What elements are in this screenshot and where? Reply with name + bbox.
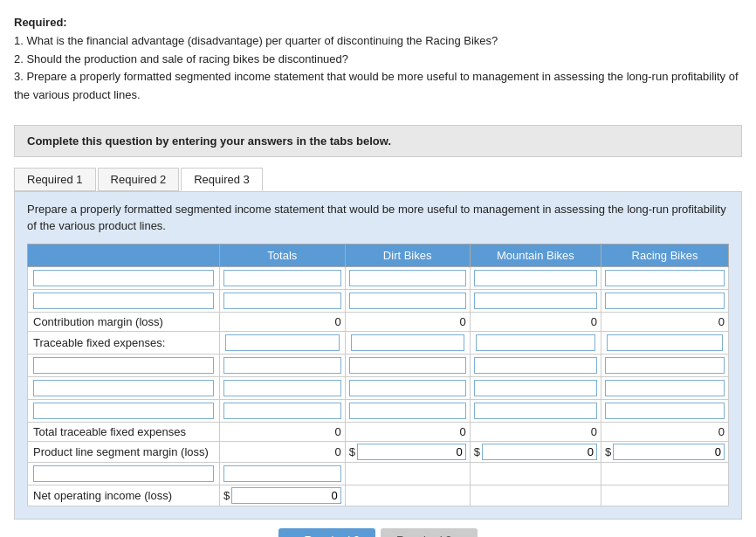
dollar-sign-mountain: $	[474, 445, 480, 458]
segment-margin-row: Product line segment margin (loss) 0 $ $	[28, 441, 729, 462]
trace3-racing-input[interactable]	[605, 403, 725, 419]
row2-label-input[interactable]	[33, 293, 214, 309]
trace2-dirt-input[interactable]	[349, 380, 466, 396]
row1-totals-input[interactable]	[223, 270, 341, 286]
traceable-mountain-input[interactable]	[476, 334, 595, 351]
trace2-label-input[interactable]	[33, 380, 214, 396]
net-operating-cell: $	[220, 485, 346, 506]
tab-required3[interactable]: Required 3	[181, 168, 263, 191]
col-header-mountain: Mountain Bikes	[470, 244, 601, 266]
dollar-sign-net: $	[223, 489, 230, 502]
contribution-margin-row: Contribution margin (loss) 0 0 0 0	[28, 312, 729, 331]
prev-button[interactable]: < Required 2	[278, 528, 375, 537]
col-header-totals: Totals	[220, 244, 346, 266]
row2-mountain-input[interactable]	[474, 293, 597, 309]
tab-instruction: Prepare a properly formatted segmented i…	[27, 201, 729, 235]
total-traceable-row: Total traceable fixed expenses 0 0 0 0	[28, 422, 729, 441]
row1-label-input[interactable]	[33, 270, 214, 286]
nav-buttons: < Required 2 Required 3 >	[14, 528, 742, 537]
next-button[interactable]: Required 3 >	[381, 528, 478, 537]
table-row	[28, 354, 729, 376]
table-row	[28, 462, 729, 485]
row1-dirt-input[interactable]	[349, 270, 466, 286]
traceable-header-row: Traceable fixed expenses:	[28, 331, 729, 354]
total-traceable-label: Total traceable fixed expenses	[28, 422, 220, 441]
table-row	[28, 376, 729, 399]
dollar-sign-racing: $	[605, 445, 611, 458]
dollar-sign-dirt: $	[349, 445, 355, 458]
contribution-totals: 0	[220, 312, 346, 331]
total-traceable-racing: 0	[601, 422, 729, 441]
trace2-totals-input[interactable]	[223, 380, 341, 396]
trace1-mountain-input[interactable]	[474, 357, 597, 374]
required-label: Required:	[14, 16, 67, 29]
total-traceable-mountain: 0	[470, 422, 601, 441]
trace1-dirt-input[interactable]	[349, 357, 466, 374]
net-operating-input[interactable]	[231, 487, 340, 504]
table-row	[28, 266, 729, 289]
common-totals-input[interactable]	[223, 465, 341, 482]
traceable-totals-input[interactable]	[225, 334, 340, 351]
col-header-label	[28, 244, 220, 266]
segment-totals: 0	[220, 441, 346, 462]
segment-dirt-cell: $	[345, 441, 470, 462]
traceable-label: Traceable fixed expenses:	[28, 331, 220, 354]
tab-bar: Required 1 Required 2 Required 3	[14, 168, 742, 191]
complete-box: Complete this question by entering your …	[14, 125, 742, 157]
common-label-input[interactable]	[33, 465, 214, 482]
total-traceable-dirt: 0	[345, 422, 470, 441]
traceable-racing-input[interactable]	[607, 334, 723, 351]
col-header-racing: Racing Bikes	[601, 244, 729, 266]
segment-dirt-input[interactable]	[357, 444, 466, 460]
required-intro: Required: 1. What is the financial advan…	[14, 14, 742, 105]
trace3-mountain-input[interactable]	[474, 403, 597, 419]
trace3-dirt-input[interactable]	[349, 403, 466, 419]
segment-mountain-input[interactable]	[482, 444, 597, 460]
table-row	[28, 399, 729, 422]
row1-racing-input[interactable]	[605, 270, 725, 286]
traceable-dirt-input[interactable]	[351, 334, 464, 351]
col-header-dirt: Dirt Bikes	[345, 244, 470, 266]
complete-box-text: Complete this question by entering your …	[27, 134, 391, 148]
contribution-label: Contribution margin (loss)	[28, 312, 220, 331]
net-operating-label: Net operating income (loss)	[28, 485, 220, 506]
req-item-1: 1. What is the financial advantage (disa…	[14, 34, 498, 47]
row2-totals-input[interactable]	[223, 293, 341, 309]
contribution-racing: 0	[601, 312, 729, 331]
table-row	[28, 289, 729, 312]
trace2-racing-input[interactable]	[605, 380, 725, 396]
net-operating-row: Net operating income (loss) $	[28, 485, 729, 506]
segment-racing-cell: $	[601, 441, 729, 462]
income-table: Totals Dirt Bikes Mountain Bikes Racing …	[27, 244, 729, 506]
total-traceable-totals: 0	[220, 422, 346, 441]
row2-dirt-input[interactable]	[349, 293, 466, 309]
contribution-mountain: 0	[470, 312, 601, 331]
tab-required1[interactable]: Required 1	[14, 168, 96, 191]
row1-mountain-input[interactable]	[474, 270, 597, 286]
segment-mountain-cell: $	[470, 441, 601, 462]
row2-racing-input[interactable]	[605, 293, 725, 309]
trace3-totals-input[interactable]	[223, 403, 341, 419]
trace1-totals-input[interactable]	[223, 357, 341, 374]
segment-racing-input[interactable]	[613, 444, 725, 460]
trace3-label-input[interactable]	[33, 403, 214, 419]
tab-required2[interactable]: Required 2	[98, 168, 180, 191]
req-item-2: 2. Should the production and sale of rac…	[14, 52, 348, 65]
trace1-racing-input[interactable]	[605, 357, 725, 374]
trace2-mountain-input[interactable]	[474, 380, 597, 396]
tab3-content: Prepare a properly formatted segmented i…	[14, 191, 742, 520]
segment-margin-label: Product line segment margin (loss)	[28, 441, 220, 462]
req-item-3: 3. Prepare a properly formatted segmente…	[14, 70, 739, 101]
trace1-label-input[interactable]	[33, 357, 214, 374]
contribution-dirt: 0	[345, 312, 470, 331]
